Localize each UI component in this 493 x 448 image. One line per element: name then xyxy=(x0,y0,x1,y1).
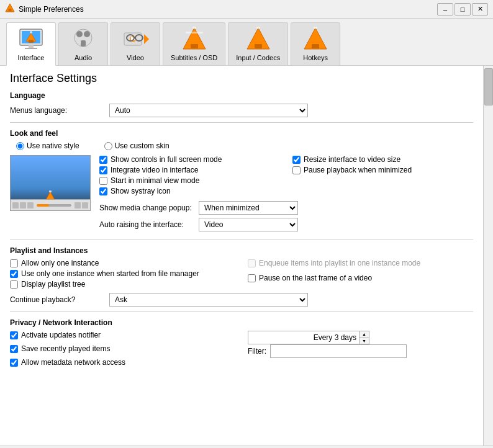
radio-custom-skin[interactable]: Use custom skin xyxy=(104,141,170,150)
tab-audio[interactable]: Audio xyxy=(58,22,108,65)
updates-frequency-input[interactable] xyxy=(248,331,360,344)
preview-progress-inner xyxy=(37,204,49,207)
continue-playback-row: Continue playback? Ask Always Never xyxy=(10,293,473,307)
tab-codecs[interactable]: Input / Codecs xyxy=(228,22,288,65)
tab-codecs-label: Input / Codecs xyxy=(236,54,280,61)
tab-video[interactable]: Video xyxy=(111,22,160,65)
minimize-button[interactable]: – xyxy=(437,3,453,16)
scrollbar-thumb[interactable] xyxy=(484,68,493,105)
radio-native-style[interactable]: Use native style xyxy=(16,141,79,150)
continue-playback-select[interactable]: Ask Always Never xyxy=(109,293,308,307)
radio-native-input[interactable] xyxy=(16,142,24,150)
cb-updates-row: Activate updates notifier xyxy=(10,331,235,339)
maximize-button[interactable]: □ xyxy=(455,3,471,16)
cb-file-manager-row: Use only one instance when started from … xyxy=(10,269,235,278)
language-section-title: Language xyxy=(10,91,473,100)
spinner-up[interactable]: ▲ xyxy=(360,331,369,338)
svg-rect-4 xyxy=(29,45,34,48)
cb-one-instance-label: Allow only one instance xyxy=(21,259,99,267)
cb-pause-frame-label: Pause on the last frame of a video xyxy=(259,274,372,282)
cb-file-manager-label: Use only one instance when started from … xyxy=(21,269,199,278)
interface-tab-icon xyxy=(16,25,46,53)
title-bar-controls: – □ ✕ xyxy=(437,3,488,16)
audio-tab-icon xyxy=(68,25,98,53)
cb-fullscreen[interactable] xyxy=(99,156,107,164)
svg-point-10 xyxy=(76,31,83,37)
svg-point-11 xyxy=(84,31,90,37)
cb-metadata[interactable] xyxy=(10,359,18,367)
radio-custom-label: Use custom skin xyxy=(115,141,170,150)
media-popup-label: Show media change popup: xyxy=(99,204,199,212)
tab-subtitles[interactable]: Subtitles / OSD xyxy=(163,22,225,65)
svg-rect-21 xyxy=(191,44,198,48)
cb-pause-frame-row: Pause on the last frame of a video xyxy=(248,274,473,282)
cb-systray[interactable] xyxy=(99,187,107,195)
tab-subtitles-label: Subtitles / OSD xyxy=(171,54,217,61)
svg-rect-1 xyxy=(9,9,12,11)
updates-spinner: ▲ ▼ xyxy=(248,331,473,344)
style-radio-group: Use native style Use custom skin xyxy=(16,141,473,150)
preview-ctrl-btn-5 xyxy=(82,202,88,208)
svg-rect-25 xyxy=(255,44,262,48)
cb-display-tree[interactable] xyxy=(10,280,18,289)
tab-bar: Interface Audio Vi xyxy=(0,19,493,66)
cb-minimal-row: Start in minimal view mode xyxy=(99,176,280,185)
tab-interface[interactable]: Interface xyxy=(6,22,56,66)
svg-point-22 xyxy=(192,27,196,29)
spinner-down[interactable]: ▼ xyxy=(360,338,369,344)
cb-resize[interactable] xyxy=(292,156,301,164)
privacy-left-2: Save recently played items xyxy=(10,344,235,358)
privacy-row-2: Save recently played items Filter: xyxy=(10,344,473,358)
cb-pause-min-row: Pause playback when minimized xyxy=(292,166,473,174)
cb-integrate[interactable] xyxy=(99,166,107,174)
cb-fullscreen-label: Show controls in full screen mode xyxy=(111,155,222,164)
cb-pause-min-label: Pause playback when minimized xyxy=(304,166,412,174)
divider-2 xyxy=(10,240,473,240)
checkboxes-container: Show controls in full screen mode Integr… xyxy=(99,155,473,235)
cb-metadata-row: Allow metadata network access xyxy=(10,358,473,367)
cb-pause-frame[interactable] xyxy=(248,274,256,282)
divider-3 xyxy=(10,311,473,312)
cb-recent[interactable] xyxy=(10,345,18,353)
menus-language-label: Menus language: xyxy=(10,106,109,115)
radio-custom-input[interactable] xyxy=(104,142,112,150)
checkboxes-right: Resize interface to video size Pause pla… xyxy=(292,155,473,197)
filter-input[interactable] xyxy=(270,344,407,358)
close-button[interactable]: ✕ xyxy=(472,3,488,16)
media-popup-select[interactable]: When minimized Always Never xyxy=(199,201,298,215)
cb-resize-row: Resize interface to video size xyxy=(292,155,473,164)
auto-raising-select[interactable]: Video Always Never xyxy=(199,218,298,231)
settings-area: Interface Settings Language Menus langua… xyxy=(0,66,483,446)
cb-pause-min[interactable] xyxy=(292,166,301,174)
cb-updates[interactable] xyxy=(10,331,18,339)
scrollbar-track[interactable] xyxy=(483,66,493,446)
cb-one-instance[interactable] xyxy=(10,259,18,267)
hotkeys-tab-icon xyxy=(301,25,330,53)
cb-integrate-row: Integrate video in interface xyxy=(99,166,280,174)
cb-systray-label: Show systray icon xyxy=(111,187,171,195)
video-tab-icon xyxy=(120,25,150,53)
cb-display-tree-label: Display playlist tree xyxy=(21,280,85,289)
cb-fullscreen-row: Show controls in full screen mode xyxy=(99,155,280,164)
bottom-bar: Show settings Simple All Reset Preferenc… xyxy=(0,446,493,448)
preview-ctrl-btn-3 xyxy=(27,202,34,208)
preview-controls xyxy=(11,199,90,210)
preview-ctrl-btn-1 xyxy=(12,202,19,208)
tab-audio-label: Audio xyxy=(75,54,92,61)
tab-hotkeys[interactable]: Hotkeys xyxy=(291,22,340,65)
playlist-checkboxes-left: Allow only one instance Use only one ins… xyxy=(10,259,235,290)
cb-file-manager[interactable] xyxy=(10,270,18,278)
preview-progress xyxy=(37,204,71,207)
cb-minimal[interactable] xyxy=(99,177,107,185)
svg-marker-14 xyxy=(144,34,149,44)
privacy-left: Activate updates notifier xyxy=(10,331,235,344)
cb-enqueue-label: Enqueue items into playlist in one insta… xyxy=(259,259,420,267)
cb-recent-label: Save recently played items xyxy=(21,344,110,353)
svg-point-32 xyxy=(49,190,52,193)
cb-minimal-label: Start in minimal view mode xyxy=(111,176,199,185)
divider-1 xyxy=(10,122,473,123)
playlist-checkboxes-right: Enqueue items into playlist in one insta… xyxy=(248,259,473,290)
svg-rect-28 xyxy=(312,44,319,48)
svg-point-29 xyxy=(314,27,317,29)
menus-language-select[interactable]: Auto English French German Spanish xyxy=(109,104,308,117)
